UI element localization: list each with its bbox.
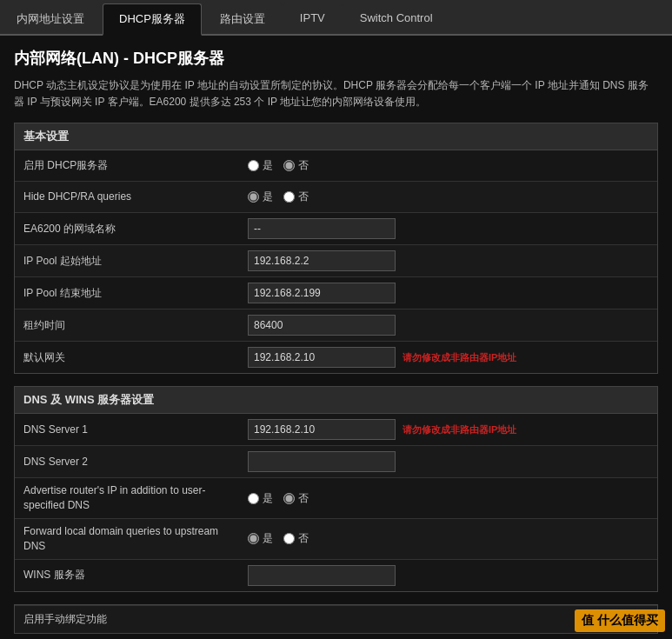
value-enable-dhcp: 是 否: [241, 153, 657, 178]
field-dns1: DNS Server 1 请勿修改成非路由器IP地址: [15, 414, 657, 446]
field-wins: WINS 服务器: [15, 560, 657, 591]
field-dns2: DNS Server 2: [15, 446, 657, 478]
basic-settings-header: 基本设置: [15, 123, 657, 150]
radio-enable-dhcp-yes-label: 是: [263, 158, 273, 173]
input-domain-name[interactable]: [248, 218, 396, 239]
radio-hide-dhcp-yes-input[interactable]: [248, 191, 259, 203]
radio-advertise-ip-no[interactable]: 否: [283, 491, 309, 506]
label-default-gateway: 默认网关: [15, 345, 241, 370]
value-default-gateway: 请勿修改成非路由器IP地址: [241, 342, 657, 373]
page-title: 内部网络(LAN) - DHCP服务器: [14, 48, 658, 69]
tab-lan[interactable]: 内网地址设置: [0, 3, 101, 34]
value-advertise-ip: 是 否: [241, 486, 657, 511]
radio-group-forward-dns: 是 否: [248, 531, 309, 546]
radio-advertise-ip-no-label: 否: [298, 491, 309, 506]
input-ip-pool-start[interactable]: [248, 250, 396, 271]
value-dns2: [241, 446, 657, 477]
field-ip-pool-end: IP Pool 结束地址: [15, 277, 657, 310]
tab-switch-control[interactable]: Switch Control: [343, 3, 449, 34]
label-forward-dns: Forward local domain queries to upstream…: [15, 519, 241, 559]
watermark: 值 什么值得买: [575, 609, 665, 632]
input-lease-time[interactable]: [248, 315, 396, 336]
input-dns2[interactable]: [248, 451, 396, 472]
radio-advertise-ip-yes-input[interactable]: [248, 493, 259, 504]
radio-hide-dhcp-yes[interactable]: 是: [248, 190, 273, 204]
label-ip-pool-start: IP Pool 起始地址: [15, 249, 241, 274]
field-lease-time: 租约时间: [15, 310, 657, 342]
radio-forward-dns-no[interactable]: 否: [283, 531, 309, 546]
radio-hide-dhcp-no-label: 否: [298, 190, 309, 204]
value-hide-dhcp: 是 否: [241, 184, 657, 210]
radio-hide-dhcp-no[interactable]: 否: [283, 190, 309, 204]
radio-advertise-ip-yes-label: 是: [263, 491, 273, 506]
radio-enable-dhcp-no-label: 否: [298, 158, 309, 173]
tab-routing[interactable]: 路由设置: [203, 3, 282, 34]
value-wins: [241, 560, 657, 591]
field-ip-pool-start: IP Pool 起始地址: [15, 245, 657, 277]
radio-hide-dhcp-no-input[interactable]: [283, 191, 295, 203]
value-dns1: 请勿修改成非路由器IP地址: [241, 414, 657, 445]
radio-forward-dns-yes[interactable]: 是: [248, 531, 273, 546]
field-hide-dhcp: Hide DHCP/RA queries 是 否: [15, 182, 657, 213]
label-ip-pool-end: IP Pool 结束地址: [15, 281, 241, 306]
radio-enable-dhcp-no[interactable]: 否: [283, 158, 309, 173]
radio-group-enable-dhcp: 是 否: [248, 158, 309, 173]
radio-group-advertise-ip: 是 否: [248, 491, 309, 506]
radio-forward-dns-no-label: 否: [298, 531, 309, 546]
label-wins: WINS 服务器: [15, 562, 241, 588]
value-ip-pool-start: [241, 245, 657, 276]
radio-hide-dhcp-yes-label: 是: [263, 190, 273, 204]
label-lease-time: 租约时间: [15, 313, 241, 338]
label-advertise-ip: Advertise router's IP in addition to use…: [15, 478, 241, 518]
tab-dhcp[interactable]: DHCP服务器: [103, 3, 202, 36]
radio-forward-dns-no-input[interactable]: [283, 533, 295, 544]
value-ip-pool-end: [241, 277, 657, 309]
dns-settings-section: DNS 及 WINS 服务器设置 DNS Server 1 请勿修改成非路由器I…: [14, 386, 658, 591]
input-dns1[interactable]: [248, 419, 396, 440]
field-default-gateway: 默认网关 请勿修改成非路由器IP地址: [15, 342, 657, 373]
input-wins[interactable]: [248, 565, 396, 586]
input-default-gateway[interactable]: [248, 347, 396, 368]
label-dns1: DNS Server 1: [15, 417, 241, 443]
radio-enable-dhcp-no-input[interactable]: [283, 160, 295, 171]
value-domain-name: [241, 213, 657, 244]
dns-settings-header: DNS 及 WINS 服务器设置: [15, 387, 657, 414]
value-lease-time: [241, 310, 657, 341]
field-enable-dhcp: 启用 DHCP服务器 是 否: [15, 150, 657, 182]
description: DHCP 动态主机设定协议是为使用在 IP 地址的自动设置所制定的协议。DHCP…: [14, 77, 658, 110]
value-forward-dns: 是 否: [241, 526, 657, 551]
label-hide-dhcp: Hide DHCP/RA queries: [15, 184, 241, 210]
field-domain-name: EA6200 的网域名称: [15, 213, 657, 245]
field-forward-dns: Forward local domain queries to upstream…: [15, 519, 657, 560]
manual-bind-label: 启用手动绑定功能: [23, 612, 107, 627]
label-enable-dhcp: 启用 DHCP服务器: [15, 153, 241, 178]
radio-enable-dhcp-yes-input[interactable]: [248, 160, 259, 171]
label-dns2: DNS Server 2: [15, 449, 241, 475]
manual-bind-section: 启用手动绑定功能: [14, 604, 658, 634]
input-ip-pool-end[interactable]: [248, 283, 396, 303]
tab-iptv[interactable]: IPTV: [283, 3, 342, 34]
radio-advertise-ip-yes[interactable]: 是: [248, 491, 273, 506]
main-content: 内部网络(LAN) - DHCP服务器 DHCP 动态主机设定协议是为使用在 I…: [0, 36, 672, 639]
radio-group-hide-dhcp: 是 否: [248, 190, 309, 204]
field-advertise-ip: Advertise router's IP in addition to use…: [15, 478, 657, 519]
radio-advertise-ip-no-input[interactable]: [283, 493, 295, 504]
manual-bind-row: 启用手动绑定功能: [15, 605, 657, 633]
warning-default-gateway: 请勿修改成非路由器IP地址: [403, 351, 516, 364]
basic-settings-section: 基本设置 启用 DHCP服务器 是 否 Hide DHCP/RA qu: [14, 123, 658, 374]
tab-bar: 内网地址设置 DHCP服务器 路由设置 IPTV Switch Control: [0, 0, 672, 36]
label-domain-name: EA6200 的网域名称: [15, 216, 241, 242]
radio-forward-dns-yes-label: 是: [263, 531, 273, 546]
radio-enable-dhcp-yes[interactable]: 是: [248, 158, 273, 173]
warning-dns1: 请勿修改成非路由器IP地址: [403, 423, 516, 436]
radio-forward-dns-yes-input[interactable]: [248, 533, 259, 544]
